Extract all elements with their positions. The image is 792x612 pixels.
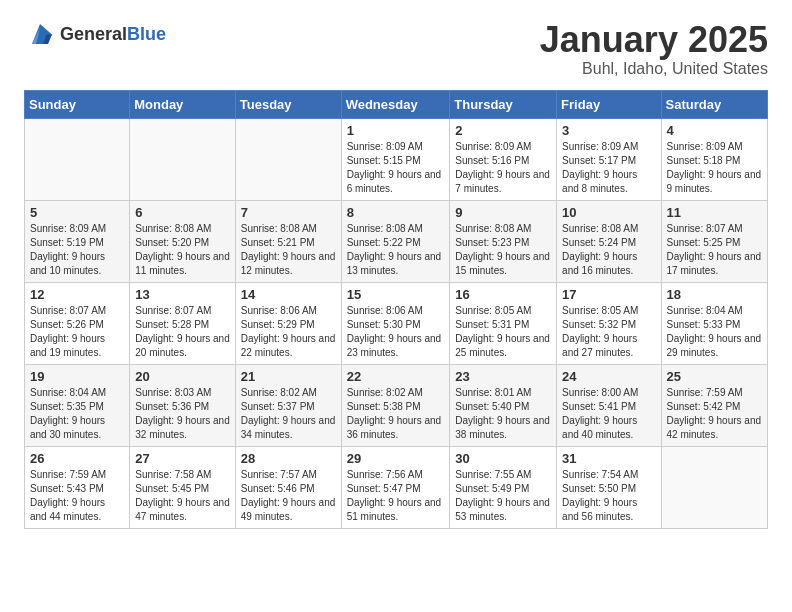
- calendar-day-cell: 12Sunrise: 8:07 AM Sunset: 5:26 PM Dayli…: [25, 282, 130, 364]
- calendar-day-cell: 22Sunrise: 8:02 AM Sunset: 5:38 PM Dayli…: [341, 364, 450, 446]
- calendar-day-cell: 30Sunrise: 7:55 AM Sunset: 5:49 PM Dayli…: [450, 446, 557, 528]
- calendar-week-row: 1Sunrise: 8:09 AM Sunset: 5:15 PM Daylig…: [25, 118, 768, 200]
- calendar-day-cell: 7Sunrise: 8:08 AM Sunset: 5:21 PM Daylig…: [235, 200, 341, 282]
- day-number: 15: [347, 287, 445, 302]
- day-number: 9: [455, 205, 551, 220]
- day-number: 19: [30, 369, 124, 384]
- day-number: 31: [562, 451, 655, 466]
- calendar-day-cell: 9Sunrise: 8:08 AM Sunset: 5:23 PM Daylig…: [450, 200, 557, 282]
- calendar-day-cell: 20Sunrise: 8:03 AM Sunset: 5:36 PM Dayli…: [130, 364, 236, 446]
- day-number: 13: [135, 287, 230, 302]
- calendar-day-cell: 2Sunrise: 8:09 AM Sunset: 5:16 PM Daylig…: [450, 118, 557, 200]
- calendar-day-cell: [130, 118, 236, 200]
- day-info: Sunrise: 7:58 AM Sunset: 5:45 PM Dayligh…: [135, 468, 230, 524]
- day-info: Sunrise: 8:06 AM Sunset: 5:30 PM Dayligh…: [347, 304, 445, 360]
- calendar-table: SundayMondayTuesdayWednesdayThursdayFrid…: [24, 90, 768, 529]
- day-info: Sunrise: 7:59 AM Sunset: 5:42 PM Dayligh…: [667, 386, 762, 442]
- day-number: 4: [667, 123, 762, 138]
- calendar-day-cell: 31Sunrise: 7:54 AM Sunset: 5:50 PM Dayli…: [557, 446, 661, 528]
- calendar-day-cell: 23Sunrise: 8:01 AM Sunset: 5:40 PM Dayli…: [450, 364, 557, 446]
- calendar-week-row: 26Sunrise: 7:59 AM Sunset: 5:43 PM Dayli…: [25, 446, 768, 528]
- logo-icon: [24, 20, 56, 48]
- calendar-day-cell: 25Sunrise: 7:59 AM Sunset: 5:42 PM Dayli…: [661, 364, 767, 446]
- day-number: 26: [30, 451, 124, 466]
- calendar-day-cell: 29Sunrise: 7:56 AM Sunset: 5:47 PM Dayli…: [341, 446, 450, 528]
- logo-general: General: [60, 24, 127, 44]
- day-info: Sunrise: 8:02 AM Sunset: 5:37 PM Dayligh…: [241, 386, 336, 442]
- calendar-day-cell: 13Sunrise: 8:07 AM Sunset: 5:28 PM Dayli…: [130, 282, 236, 364]
- day-number: 16: [455, 287, 551, 302]
- weekday-header: Tuesday: [235, 90, 341, 118]
- day-info: Sunrise: 8:09 AM Sunset: 5:17 PM Dayligh…: [562, 140, 655, 196]
- weekday-header: Friday: [557, 90, 661, 118]
- day-number: 7: [241, 205, 336, 220]
- day-number: 24: [562, 369, 655, 384]
- weekday-header: Wednesday: [341, 90, 450, 118]
- calendar-day-cell: 18Sunrise: 8:04 AM Sunset: 5:33 PM Dayli…: [661, 282, 767, 364]
- calendar-day-cell: 24Sunrise: 8:00 AM Sunset: 5:41 PM Dayli…: [557, 364, 661, 446]
- logo: GeneralBlue: [24, 20, 166, 48]
- day-number: 23: [455, 369, 551, 384]
- day-number: 10: [562, 205, 655, 220]
- calendar-day-cell: 17Sunrise: 8:05 AM Sunset: 5:32 PM Dayli…: [557, 282, 661, 364]
- day-info: Sunrise: 8:06 AM Sunset: 5:29 PM Dayligh…: [241, 304, 336, 360]
- day-number: 3: [562, 123, 655, 138]
- calendar-week-row: 12Sunrise: 8:07 AM Sunset: 5:26 PM Dayli…: [25, 282, 768, 364]
- calendar-day-cell: 16Sunrise: 8:05 AM Sunset: 5:31 PM Dayli…: [450, 282, 557, 364]
- day-info: Sunrise: 8:03 AM Sunset: 5:36 PM Dayligh…: [135, 386, 230, 442]
- day-number: 14: [241, 287, 336, 302]
- day-number: 8: [347, 205, 445, 220]
- day-info: Sunrise: 7:56 AM Sunset: 5:47 PM Dayligh…: [347, 468, 445, 524]
- day-info: Sunrise: 8:09 AM Sunset: 5:16 PM Dayligh…: [455, 140, 551, 196]
- day-info: Sunrise: 8:07 AM Sunset: 5:26 PM Dayligh…: [30, 304, 124, 360]
- month-title: January 2025: [540, 20, 768, 60]
- day-info: Sunrise: 8:08 AM Sunset: 5:22 PM Dayligh…: [347, 222, 445, 278]
- logo-blue: Blue: [127, 24, 166, 44]
- calendar-day-cell: 8Sunrise: 8:08 AM Sunset: 5:22 PM Daylig…: [341, 200, 450, 282]
- day-number: 12: [30, 287, 124, 302]
- day-info: Sunrise: 8:04 AM Sunset: 5:33 PM Dayligh…: [667, 304, 762, 360]
- day-info: Sunrise: 8:09 AM Sunset: 5:18 PM Dayligh…: [667, 140, 762, 196]
- calendar-day-cell: 4Sunrise: 8:09 AM Sunset: 5:18 PM Daylig…: [661, 118, 767, 200]
- day-info: Sunrise: 7:57 AM Sunset: 5:46 PM Dayligh…: [241, 468, 336, 524]
- day-info: Sunrise: 8:08 AM Sunset: 5:20 PM Dayligh…: [135, 222, 230, 278]
- day-info: Sunrise: 8:04 AM Sunset: 5:35 PM Dayligh…: [30, 386, 124, 442]
- day-number: 25: [667, 369, 762, 384]
- weekday-header: Monday: [130, 90, 236, 118]
- calendar-day-cell: 19Sunrise: 8:04 AM Sunset: 5:35 PM Dayli…: [25, 364, 130, 446]
- weekday-header: Saturday: [661, 90, 767, 118]
- day-number: 22: [347, 369, 445, 384]
- weekday-header: Sunday: [25, 90, 130, 118]
- day-number: 28: [241, 451, 336, 466]
- day-number: 17: [562, 287, 655, 302]
- day-info: Sunrise: 7:55 AM Sunset: 5:49 PM Dayligh…: [455, 468, 551, 524]
- calendar-day-cell: 14Sunrise: 8:06 AM Sunset: 5:29 PM Dayli…: [235, 282, 341, 364]
- day-info: Sunrise: 8:09 AM Sunset: 5:19 PM Dayligh…: [30, 222, 124, 278]
- calendar-day-cell: 5Sunrise: 8:09 AM Sunset: 5:19 PM Daylig…: [25, 200, 130, 282]
- day-info: Sunrise: 7:54 AM Sunset: 5:50 PM Dayligh…: [562, 468, 655, 524]
- calendar-week-row: 19Sunrise: 8:04 AM Sunset: 5:35 PM Dayli…: [25, 364, 768, 446]
- day-number: 1: [347, 123, 445, 138]
- day-number: 30: [455, 451, 551, 466]
- day-info: Sunrise: 8:01 AM Sunset: 5:40 PM Dayligh…: [455, 386, 551, 442]
- day-info: Sunrise: 8:08 AM Sunset: 5:21 PM Dayligh…: [241, 222, 336, 278]
- calendar-day-cell: 28Sunrise: 7:57 AM Sunset: 5:46 PM Dayli…: [235, 446, 341, 528]
- calendar-day-cell: 11Sunrise: 8:07 AM Sunset: 5:25 PM Dayli…: [661, 200, 767, 282]
- day-number: 20: [135, 369, 230, 384]
- day-info: Sunrise: 8:05 AM Sunset: 5:31 PM Dayligh…: [455, 304, 551, 360]
- calendar-day-cell: [25, 118, 130, 200]
- day-number: 2: [455, 123, 551, 138]
- day-number: 6: [135, 205, 230, 220]
- calendar-day-cell: 6Sunrise: 8:08 AM Sunset: 5:20 PM Daylig…: [130, 200, 236, 282]
- calendar-day-cell: [235, 118, 341, 200]
- day-info: Sunrise: 8:02 AM Sunset: 5:38 PM Dayligh…: [347, 386, 445, 442]
- calendar-header-row: SundayMondayTuesdayWednesdayThursdayFrid…: [25, 90, 768, 118]
- day-info: Sunrise: 8:07 AM Sunset: 5:25 PM Dayligh…: [667, 222, 762, 278]
- day-info: Sunrise: 8:07 AM Sunset: 5:28 PM Dayligh…: [135, 304, 230, 360]
- calendar-day-cell: 15Sunrise: 8:06 AM Sunset: 5:30 PM Dayli…: [341, 282, 450, 364]
- day-info: Sunrise: 8:08 AM Sunset: 5:23 PM Dayligh…: [455, 222, 551, 278]
- header: GeneralBlue January 2025 Buhl, Idaho, Un…: [24, 20, 768, 78]
- calendar-day-cell: 3Sunrise: 8:09 AM Sunset: 5:17 PM Daylig…: [557, 118, 661, 200]
- day-number: 29: [347, 451, 445, 466]
- day-number: 27: [135, 451, 230, 466]
